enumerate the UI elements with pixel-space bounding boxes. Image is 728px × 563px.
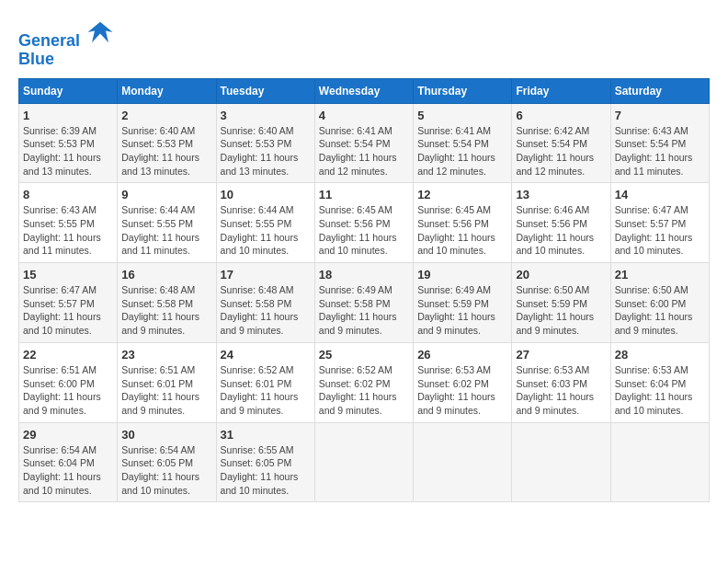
page-header: General Blue	[18, 18, 710, 69]
calendar-cell: 13 Sunrise: 6:46 AM Sunset: 5:56 PM Dayl…	[512, 183, 610, 263]
day-info: Sunrise: 6:50 AM Sunset: 5:59 PM Dayligh…	[516, 283, 606, 338]
day-info: Sunrise: 6:53 AM Sunset: 6:04 PM Dayligh…	[615, 363, 705, 418]
calendar-cell	[414, 422, 512, 502]
calendar-week: 1 Sunrise: 6:39 AM Sunset: 5:53 PM Dayli…	[19, 103, 710, 183]
day-info: Sunrise: 6:52 AM Sunset: 6:01 PM Dayligh…	[221, 363, 311, 418]
day-info: Sunrise: 6:49 AM Sunset: 5:58 PM Dayligh…	[319, 283, 409, 338]
calendar-week: 15 Sunrise: 6:47 AM Sunset: 5:57 PM Dayl…	[19, 263, 710, 343]
logo-subtext: Blue	[18, 51, 114, 69]
day-info: Sunrise: 6:52 AM Sunset: 6:02 PM Dayligh…	[319, 363, 409, 418]
calendar-cell: 14 Sunrise: 6:47 AM Sunset: 5:57 PM Dayl…	[610, 183, 709, 263]
calendar-cell	[610, 422, 709, 502]
day-number: 16	[121, 268, 211, 282]
day-info: Sunrise: 6:45 AM Sunset: 5:56 PM Dayligh…	[417, 203, 507, 258]
day-number: 30	[121, 428, 211, 442]
day-number: 5	[417, 109, 507, 122]
calendar-cell: 24 Sunrise: 6:52 AM Sunset: 6:01 PM Dayl…	[216, 342, 314, 422]
calendar-cell: 22 Sunrise: 6:51 AM Sunset: 6:00 PM Dayl…	[19, 342, 118, 422]
calendar-cell: 11 Sunrise: 6:45 AM Sunset: 5:56 PM Dayl…	[314, 183, 413, 263]
weekday-header: Tuesday	[216, 78, 314, 103]
calendar-cell: 5 Sunrise: 6:41 AM Sunset: 5:54 PM Dayli…	[414, 103, 512, 183]
day-info: Sunrise: 6:47 AM Sunset: 5:57 PM Dayligh…	[615, 203, 705, 258]
calendar-cell: 15 Sunrise: 6:47 AM Sunset: 5:57 PM Dayl…	[19, 263, 118, 343]
day-info: Sunrise: 6:55 AM Sunset: 6:05 PM Dayligh…	[221, 443, 311, 498]
day-number: 26	[417, 348, 507, 362]
day-info: Sunrise: 6:40 AM Sunset: 5:53 PM Dayligh…	[221, 124, 311, 178]
weekday-header: Sunday	[19, 78, 118, 103]
calendar-cell: 16 Sunrise: 6:48 AM Sunset: 5:58 PM Dayl…	[118, 263, 216, 343]
calendar-cell: 6 Sunrise: 6:42 AM Sunset: 5:54 PM Dayli…	[512, 103, 610, 183]
day-info: Sunrise: 6:48 AM Sunset: 5:58 PM Dayligh…	[121, 283, 211, 338]
calendar-header: SundayMondayTuesdayWednesdayThursdayFrid…	[19, 78, 710, 103]
day-number: 17	[221, 268, 311, 282]
calendar-cell: 19 Sunrise: 6:49 AM Sunset: 5:59 PM Dayl…	[414, 263, 512, 343]
calendar-cell: 26 Sunrise: 6:53 AM Sunset: 6:02 PM Dayl…	[414, 342, 512, 422]
weekday-header: Wednesday	[314, 78, 413, 103]
day-number: 12	[417, 188, 507, 201]
calendar-cell: 23 Sunrise: 6:51 AM Sunset: 6:01 PM Dayl…	[118, 342, 216, 422]
day-info: Sunrise: 6:54 AM Sunset: 6:05 PM Dayligh…	[121, 443, 211, 498]
calendar-cell: 28 Sunrise: 6:53 AM Sunset: 6:04 PM Dayl…	[610, 342, 709, 422]
day-info: Sunrise: 6:43 AM Sunset: 5:54 PM Dayligh…	[615, 124, 705, 178]
svg-marker-0	[88, 22, 113, 43]
day-info: Sunrise: 6:48 AM Sunset: 5:58 PM Dayligh…	[221, 283, 311, 338]
calendar-cell: 8 Sunrise: 6:43 AM Sunset: 5:55 PM Dayli…	[19, 183, 118, 263]
day-info: Sunrise: 6:49 AM Sunset: 5:59 PM Dayligh…	[417, 283, 507, 338]
day-number: 11	[319, 188, 409, 201]
day-number: 2	[121, 109, 211, 122]
day-number: 29	[23, 428, 113, 442]
calendar-cell: 18 Sunrise: 6:49 AM Sunset: 5:58 PM Dayl…	[314, 263, 413, 343]
calendar-cell: 17 Sunrise: 6:48 AM Sunset: 5:58 PM Dayl…	[216, 263, 314, 343]
day-number: 15	[23, 268, 113, 282]
calendar-cell	[512, 422, 610, 502]
day-number: 14	[615, 188, 705, 201]
day-info: Sunrise: 6:46 AM Sunset: 5:56 PM Dayligh…	[516, 203, 606, 258]
day-info: Sunrise: 6:51 AM Sunset: 6:01 PM Dayligh…	[121, 363, 211, 418]
day-number: 22	[23, 348, 113, 362]
day-info: Sunrise: 6:40 AM Sunset: 5:53 PM Dayligh…	[121, 124, 211, 178]
weekday-header: Monday	[118, 78, 216, 103]
day-number: 24	[221, 348, 311, 362]
logo-text: General	[18, 18, 114, 51]
weekday-header: Thursday	[414, 78, 512, 103]
calendar-cell: 10 Sunrise: 6:44 AM Sunset: 5:55 PM Dayl…	[216, 183, 314, 263]
calendar-cell: 3 Sunrise: 6:40 AM Sunset: 5:53 PM Dayli…	[216, 103, 314, 183]
day-info: Sunrise: 6:51 AM Sunset: 6:00 PM Dayligh…	[23, 363, 113, 418]
logo-bird-icon	[86, 18, 114, 46]
calendar-week: 8 Sunrise: 6:43 AM Sunset: 5:55 PM Dayli…	[19, 183, 710, 263]
calendar-cell: 27 Sunrise: 6:53 AM Sunset: 6:03 PM Dayl…	[512, 342, 610, 422]
day-number: 25	[319, 348, 409, 362]
calendar-week: 22 Sunrise: 6:51 AM Sunset: 6:00 PM Dayl…	[19, 342, 710, 422]
day-info: Sunrise: 6:45 AM Sunset: 5:56 PM Dayligh…	[319, 203, 409, 258]
calendar-cell: 12 Sunrise: 6:45 AM Sunset: 5:56 PM Dayl…	[414, 183, 512, 263]
day-info: Sunrise: 6:42 AM Sunset: 5:54 PM Dayligh…	[516, 124, 606, 178]
day-number: 9	[121, 188, 211, 201]
day-number: 1	[23, 109, 113, 122]
day-number: 27	[516, 348, 606, 362]
day-number: 3	[221, 109, 311, 122]
day-number: 13	[516, 188, 606, 201]
day-number: 21	[615, 268, 705, 282]
calendar-cell	[314, 422, 413, 502]
day-number: 8	[23, 188, 113, 201]
day-number: 4	[319, 109, 409, 122]
day-info: Sunrise: 6:54 AM Sunset: 6:04 PM Dayligh…	[23, 443, 113, 498]
day-info: Sunrise: 6:50 AM Sunset: 6:00 PM Dayligh…	[615, 283, 705, 338]
weekday-header: Friday	[512, 78, 610, 103]
calendar-week: 29 Sunrise: 6:54 AM Sunset: 6:04 PM Dayl…	[19, 422, 710, 502]
calendar-cell: 21 Sunrise: 6:50 AM Sunset: 6:00 PM Dayl…	[610, 263, 709, 343]
day-info: Sunrise: 6:41 AM Sunset: 5:54 PM Dayligh…	[319, 124, 409, 178]
calendar-cell: 1 Sunrise: 6:39 AM Sunset: 5:53 PM Dayli…	[19, 103, 118, 183]
calendar-cell: 20 Sunrise: 6:50 AM Sunset: 5:59 PM Dayl…	[512, 263, 610, 343]
calendar-cell: 4 Sunrise: 6:41 AM Sunset: 5:54 PM Dayli…	[314, 103, 413, 183]
calendar-cell: 31 Sunrise: 6:55 AM Sunset: 6:05 PM Dayl…	[216, 422, 314, 502]
calendar-cell: 7 Sunrise: 6:43 AM Sunset: 5:54 PM Dayli…	[610, 103, 709, 183]
day-number: 7	[615, 109, 705, 122]
day-info: Sunrise: 6:44 AM Sunset: 5:55 PM Dayligh…	[221, 203, 311, 258]
weekday-header: Saturday	[610, 78, 709, 103]
day-info: Sunrise: 6:39 AM Sunset: 5:53 PM Dayligh…	[23, 124, 113, 178]
logo: General Blue	[18, 18, 114, 69]
calendar-cell: 30 Sunrise: 6:54 AM Sunset: 6:05 PM Dayl…	[118, 422, 216, 502]
day-number: 20	[516, 268, 606, 282]
calendar-table: SundayMondayTuesdayWednesdayThursdayFrid…	[18, 78, 710, 503]
